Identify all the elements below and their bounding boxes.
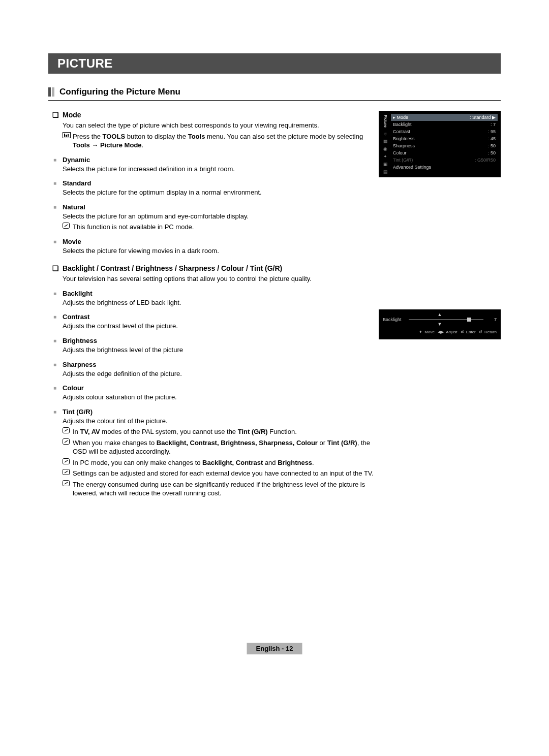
note-icon <box>63 480 73 498</box>
section-title-text: Configuring the Picture Menu <box>59 87 180 97</box>
note-icon <box>63 458 73 467</box>
svg-rect-2 <box>66 135 67 137</box>
adjust-item-backlight: Backlight Adjusts the brightness of LED … <box>48 290 374 307</box>
adjust-item-sharpness: Sharpness Adjusts the edge definition of… <box>48 361 374 379</box>
support-icon: ▤ <box>383 169 388 174</box>
osd-slider-panel: ▲ Backlight 7 ▼ ✦Move ◀▶Adjust ⏎Enter ↺R… <box>379 309 501 339</box>
note-icon <box>63 223 73 232</box>
mode-item-movie: Movie Selects the picture for viewing mo… <box>48 238 374 256</box>
adjust-item-colour: Colour Adjusts colour saturation of the … <box>48 384 374 402</box>
mode-item-dynamic: Dynamic Selects the picture for increase… <box>48 156 374 174</box>
sun-icon: ☼ <box>383 131 387 136</box>
arrow-down-icon: ▼ <box>383 322 497 327</box>
adjust-item-brightness: Brightness Adjusts the brightness level … <box>48 337 374 355</box>
return-hint-icon: ↺ <box>479 330 482 334</box>
enter-hint-icon: ⏎ <box>461 330 464 334</box>
move-hint-icon: ✦ <box>419 330 422 334</box>
adjust-hint-icon: ◀▶ <box>438 330 444 334</box>
tools-icon <box>63 132 73 150</box>
osd-slider-knob <box>467 318 471 322</box>
osd-row: Contrast: 95 <box>391 128 498 135</box>
chapter-title: PICTURE <box>48 53 501 74</box>
note-icon <box>63 438 73 456</box>
mode-item-natural: Natural Selects the picture for an optim… <box>48 203 374 232</box>
mode-section: Mode You can select the type of picture … <box>48 111 374 255</box>
section-title: Configuring the Picture Menu <box>48 87 501 101</box>
osd-slider-hints: ✦Move ◀▶Adjust ⏎Enter ↺Return <box>383 330 497 334</box>
osd-slider-track <box>409 319 483 320</box>
adjust-section: Backlight / Contrast / Brightness / Shar… <box>48 264 374 498</box>
input-icon: ▣ <box>383 162 388 167</box>
osd-row-mode: ▸ Mode : Standard ▶ <box>391 114 498 121</box>
setup-icon: ✦ <box>383 154 387 159</box>
mode-tooltip: Press the TOOLS button to display the To… <box>73 132 374 150</box>
adjust-item-contrast: Contrast Adjusts the contrast level of t… <box>48 313 374 331</box>
note-icon <box>63 427 73 436</box>
osd-row: Colour: 50 <box>391 149 498 156</box>
page-footer: English - 12 <box>247 643 302 654</box>
osd-row: Backlight: 7 <box>391 121 498 128</box>
note-icon <box>63 469 73 478</box>
osd-slider-label: Backlight <box>383 317 406 322</box>
osd-tab-picture: Picture <box>383 114 388 129</box>
mode-item-standard: Standard Selects the picture for the opt… <box>48 179 374 197</box>
svg-rect-1 <box>64 134 65 137</box>
osd-slider-value: 7 <box>486 317 497 322</box>
svg-rect-3 <box>68 134 69 137</box>
section-title-bullet <box>48 87 54 97</box>
adjust-item-tint: Tint (G/R) Adjusts the colour tint of th… <box>48 408 374 498</box>
adjust-intro: Your television has several setting opti… <box>48 274 374 284</box>
sound-icon: ◉ <box>383 146 387 151</box>
osd-menu-panel: Picture ☼ ▦ ◉ ✦ ▣ ▤ ▸ Mode : Standard ▶ … <box>379 111 501 177</box>
mode-heading: Mode <box>48 111 374 119</box>
osd-row: Brightness: 45 <box>391 135 498 142</box>
osd-row: Sharpness: 50 <box>391 142 498 149</box>
osd-row-tint: Tint (G/R): G50/R50 <box>391 156 498 164</box>
mode-intro: You can select the type of picture which… <box>63 121 374 130</box>
cube-icon: ▦ <box>383 139 388 144</box>
adjust-heading: Backlight / Contrast / Brightness / Shar… <box>48 264 374 272</box>
arrow-up-icon: ▲ <box>383 312 497 317</box>
osd-row-advanced: Advanced Settings <box>391 164 498 171</box>
